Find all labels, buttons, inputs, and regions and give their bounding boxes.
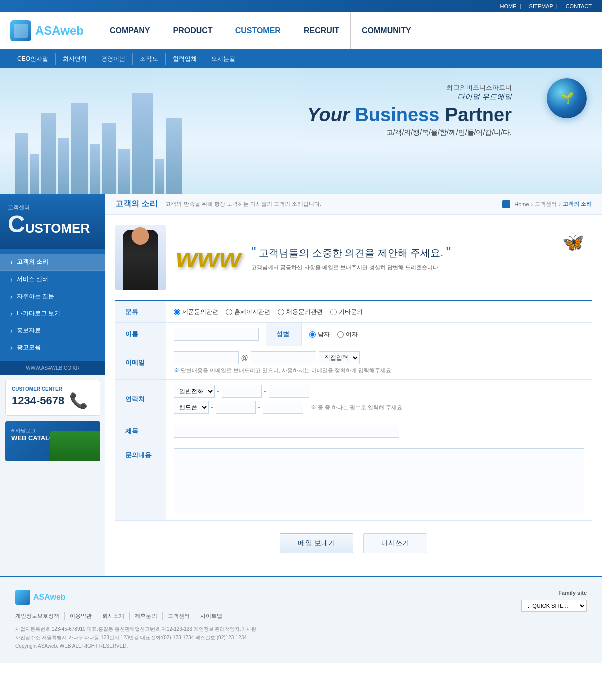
sidebar-item-2[interactable]: 자주하는 질문: [0, 288, 105, 305]
footer-link-3[interactable]: 제휴문의: [135, 612, 163, 620]
contact-link[interactable]: CONTACT: [566, 3, 592, 9]
nav-community[interactable]: COMMUNITY: [351, 12, 422, 49]
footer-link-1[interactable]: 이용약관: [70, 612, 97, 620]
hero-banner: 최고의비즈니스파트너 다이얼 우드에일 Your Business Partne…: [0, 68, 602, 194]
footer-right: Family site :: QUICK SITE ::: [521, 590, 587, 650]
phone-1-area[interactable]: [222, 385, 262, 398]
nav-customer[interactable]: CUSTOMER: [224, 12, 292, 49]
email-row: 이메일 @ 직접입력 답변내용을 이메일로 보내드리고 있으니, 사용하시는 이…: [115, 346, 592, 380]
main-content: 고객의 소리 고객의 만족을 위해 항상 노력하는 이사웹의 고객의 소리압니다…: [105, 194, 602, 576]
hero-your: Your: [307, 104, 350, 125]
phone-icon: 📞: [69, 392, 88, 409]
buildings-decoration: [15, 93, 182, 194]
sidebar-item-5[interactable]: 광고모음: [0, 339, 105, 356]
subnav-item-5[interactable]: 오시는길: [204, 53, 242, 65]
form-header-container: www " 고객님들의 소중한 의견을 제안해 주세요. " 고객님께서 궁금하…: [115, 225, 592, 290]
hero-handwriting: 다이얼 우드에일: [307, 92, 512, 102]
breadcrumb-nav: Home › 고객센터 › 고객의 소리: [502, 200, 592, 208]
hero-subtitle: 최고의비즈니스파트너: [307, 83, 512, 92]
phone-1-number[interactable]: [269, 385, 309, 398]
nav-company[interactable]: COMPANY: [99, 12, 162, 49]
footer-logo: ASAweb: [15, 590, 501, 605]
page-description: 고객의 만족을 위해 항상 노력하는 이사웹의 고객의 소리압니다.: [165, 200, 321, 208]
footer: ASAweb 개인정보보호정책 이용약관 회사소개 제휴문의 고객센터 사이트맵…: [0, 576, 602, 663]
form-area: www " 고객님들의 소중한 의견을 제안해 주세요. " 고객님께서 궁금하…: [105, 215, 602, 576]
nav-product[interactable]: PRODUCT: [162, 12, 224, 49]
inquiry-textarea[interactable]: [174, 448, 585, 513]
name-input[interactable]: [174, 328, 259, 341]
hero-partner: Partner: [445, 104, 512, 125]
radio-homepage[interactable]: 홈페이지관련: [226, 308, 270, 316]
name-gender-row: 이름 성별 남자 여자: [115, 323, 592, 346]
send-button[interactable]: 메일 보내기: [280, 533, 353, 553]
radio-male[interactable]: 남자: [309, 330, 330, 339]
content-wrapper: 고객센터 C USTOMER 고객의 소리 서비스 센터 자주하는 질문 E-카…: [0, 194, 602, 576]
subnav-item-1[interactable]: 회사연혁: [56, 53, 94, 65]
form-buttons: 메일 보내기 다시쓰기: [115, 520, 592, 566]
footer-link-0[interactable]: 개인정보보호정책: [15, 612, 65, 620]
footer-link-2[interactable]: 회사소개: [102, 612, 130, 620]
name-field: [166, 323, 266, 346]
sidebar-item-3[interactable]: E-카다로그 보기: [0, 305, 105, 322]
category-label: 분류: [115, 301, 166, 323]
breadcrumb-current: 고객의 소리: [563, 200, 592, 208]
family-label: Family site: [558, 590, 587, 596]
hero-korean: 고/객/의/행/복/을/함/께/만/들/어/갑/니/다.: [307, 128, 512, 137]
phone-type-1-select[interactable]: 일반전화: [174, 385, 215, 398]
sitemap-link[interactable]: SITEMAP: [529, 3, 553, 9]
inquiry-row: 문의내용: [115, 443, 592, 520]
customer-center-box: CUSTOMER CENTER 1234-5678 📞: [5, 380, 100, 416]
catalog-image: [50, 431, 100, 461]
footer-link-4[interactable]: 고객센터: [168, 612, 195, 620]
breadcrumb-home[interactable]: Home: [514, 201, 529, 207]
sidebar-item-0[interactable]: 고객의 소리: [0, 254, 105, 271]
email-field: @ 직접입력 답변내용을 이메일로 보내드리고 있으니, 사용하시는 이메일을 …: [166, 346, 592, 380]
phone-type-2-select[interactable]: 핸드폰: [174, 401, 209, 414]
logo: ASAweb: [10, 20, 84, 41]
sidebar-ustomer: USTOMER: [25, 221, 90, 236]
main-nav: ASAweb COMPANY PRODUCT CUSTOMER RECRUIT …: [0, 12, 602, 50]
form-header: www " 고객님들의 소중한 의견을 제안해 주세요. " 고객님께서 궁금하…: [115, 225, 592, 290]
footer-link-5[interactable]: 사이트맵: [200, 612, 227, 620]
email-domain-input[interactable]: [251, 351, 316, 364]
radio-recruit[interactable]: 채용문의관련: [278, 308, 323, 316]
subject-input[interactable]: [174, 425, 399, 438]
home-link[interactable]: HOME: [500, 3, 517, 9]
subnav-item-3[interactable]: 조직도: [133, 53, 166, 65]
gender-radio-group: 남자 여자: [309, 330, 584, 339]
contact-form: 분류 제품문의관련 홈페이지관련: [115, 300, 592, 520]
email-user-input[interactable]: [174, 351, 239, 364]
sidebar-item-1[interactable]: 서비스 센터: [0, 271, 105, 288]
form-message-sub: 고객님께서 궁금하신 사항을 메일로 보내주시면 성실히 답변해 드리겠습니다.: [251, 264, 592, 271]
email-domain-select[interactable]: 직접입력: [319, 351, 360, 364]
sidebar-big-c: C: [8, 212, 25, 236]
hero-business: Business: [355, 104, 439, 125]
phone-2-area[interactable]: [216, 401, 256, 414]
subject-row: 제목: [115, 419, 592, 443]
radio-product[interactable]: 제품문의관련: [174, 308, 218, 316]
gender-field: 남자 여자: [302, 323, 592, 346]
subnav-item-2[interactable]: 경영이념: [94, 53, 133, 65]
footer-info-line3: Copyright ASAweb. WEB ALL RIGHT RESERVED…: [15, 642, 501, 650]
subnav-item-0[interactable]: CEO인사말: [10, 53, 56, 65]
radio-female[interactable]: 여자: [337, 330, 358, 339]
butterfly-icon: 🦋: [562, 232, 584, 253]
breadcrumb-step1[interactable]: 고객센터: [535, 200, 557, 208]
footer-left: ASAweb 개인정보보호정책 이용약관 회사소개 제휴문의 고객센터 사이트맵…: [15, 590, 501, 650]
footer-logo-text: ASAweb: [33, 593, 66, 602]
person-image: [115, 225, 166, 290]
phone-2-number[interactable]: [263, 401, 303, 414]
subject-label: 제목: [115, 419, 166, 443]
subnav-item-4[interactable]: 협력업체: [166, 53, 204, 65]
cc-label: CUSTOMER CENTER: [12, 386, 94, 392]
sidebar: 고객센터 C USTOMER 고객의 소리 서비스 센터 자주하는 질문 E-카…: [0, 194, 105, 576]
reset-button[interactable]: 다시쓰기: [363, 533, 427, 553]
sidebar-item-4[interactable]: 홍보자료: [0, 322, 105, 339]
radio-other[interactable]: 기타문의: [330, 308, 363, 316]
catalog-box[interactable]: e-카달로그 WEB CATALOGUE: [5, 421, 100, 461]
quick-site-select[interactable]: :: QUICK SITE ::: [521, 600, 587, 612]
footer-info-line2: 사업장주소:서울특별시 가나구 다나동 123번지 123번길 대표전화:(02…: [15, 633, 501, 642]
nav-recruit[interactable]: RECRUIT: [292, 12, 351, 49]
sidebar-label-top: 고객센터: [8, 204, 98, 211]
footer-logo-box: [15, 590, 30, 605]
